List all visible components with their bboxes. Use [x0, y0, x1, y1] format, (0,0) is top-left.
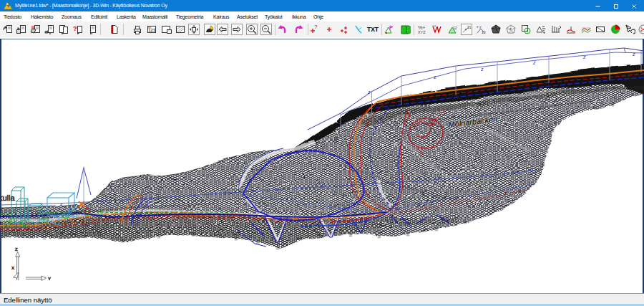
- svg-text:z: z: [480, 67, 484, 72]
- svg-text:z: z: [582, 54, 586, 59]
- svg-text:z: z: [532, 60, 536, 65]
- svg-text:X: X: [11, 266, 14, 270]
- svg-text:z: z: [59, 201, 63, 206]
- svg-text:z: z: [632, 52, 635, 57]
- svg-text:kulla: kulla: [0, 193, 16, 202]
- svg-text:Y: Y: [48, 277, 51, 281]
- svg-text:Z: Z: [15, 247, 18, 252]
- svg-text:z: z: [224, 191, 228, 196]
- svg-text:z: z: [367, 90, 371, 95]
- svg-text:z: z: [320, 183, 323, 188]
- svg-text:z: z: [433, 75, 436, 80]
